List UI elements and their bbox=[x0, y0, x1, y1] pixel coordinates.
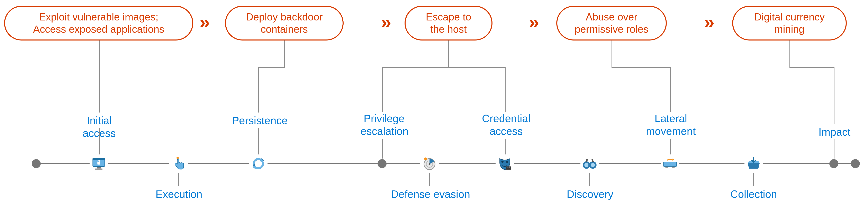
download-box-icon bbox=[744, 154, 763, 173]
chevron-icon: » bbox=[381, 11, 388, 33]
connector bbox=[382, 139, 383, 158]
tactic-execution: Execution bbox=[155, 188, 203, 201]
binoculars-icon bbox=[581, 154, 599, 173]
refresh-arrows-icon bbox=[249, 154, 268, 173]
pill-escape-host: Escape tothe host bbox=[405, 6, 493, 40]
chevron-icon: » bbox=[529, 11, 535, 33]
connector bbox=[612, 40, 612, 67]
timeline-dot-icon bbox=[32, 159, 41, 168]
svg-point-13 bbox=[506, 161, 508, 163]
svg-text:**: ** bbox=[507, 167, 510, 170]
monitor-lock-icon bbox=[90, 154, 108, 173]
connector bbox=[834, 139, 834, 158]
connector bbox=[258, 67, 285, 68]
svg-rect-21 bbox=[664, 162, 670, 167]
timeline-dot-icon bbox=[851, 159, 860, 168]
connector bbox=[670, 67, 671, 112]
screens-transfer-icon bbox=[661, 154, 679, 173]
chevron-icon: » bbox=[704, 11, 711, 33]
connector bbox=[448, 67, 505, 68]
tactic-priv-escalation: Privilegeescalation bbox=[361, 112, 408, 138]
svg-point-10 bbox=[429, 163, 431, 165]
svg-point-19 bbox=[591, 163, 595, 167]
pill-exploit-vulnerable: Exploit vulnerable images;Access exposed… bbox=[4, 6, 193, 40]
svg-rect-22 bbox=[665, 167, 669, 168]
pill-text: Exploit vulnerable images;Access exposed… bbox=[33, 11, 164, 35]
tactic-collection: Collection bbox=[729, 188, 778, 201]
timeline-dot-icon bbox=[377, 159, 386, 168]
svg-rect-20 bbox=[589, 164, 591, 166]
tactic-credential-access: Credentialaccess bbox=[479, 112, 533, 138]
pill-text: Digital currencymining bbox=[754, 11, 825, 35]
svg-point-18 bbox=[584, 163, 588, 167]
pill-text: Escape tothe host bbox=[426, 11, 471, 35]
svg-point-12 bbox=[501, 161, 503, 163]
tactic-impact: Impact bbox=[817, 126, 852, 138]
connector bbox=[589, 173, 590, 186]
timeline-dot-icon bbox=[829, 159, 838, 168]
svg-rect-24 bbox=[672, 167, 675, 168]
pill-crypto-mining: Digital currencymining bbox=[732, 6, 847, 40]
mask-icon: ** bbox=[496, 154, 514, 173]
svg-rect-1 bbox=[93, 158, 105, 160]
pill-abuse-roles: Abuse overpermissive roles bbox=[556, 6, 667, 40]
connector bbox=[505, 67, 505, 112]
connector bbox=[753, 173, 754, 186]
connector bbox=[258, 67, 259, 113]
svg-rect-2 bbox=[97, 167, 101, 169]
connector bbox=[789, 67, 834, 68]
connector bbox=[99, 128, 100, 155]
tactic-discovery: Discovery bbox=[565, 188, 615, 201]
attack-chain-diagram: Exploit vulnerable images;Access exposed… bbox=[0, 0, 868, 206]
connector bbox=[612, 67, 671, 68]
connector bbox=[284, 40, 285, 67]
connector bbox=[448, 40, 449, 67]
tactic-defense-evasion: Defense evasion bbox=[390, 188, 471, 201]
chevron-icon: » bbox=[199, 11, 206, 33]
connector bbox=[258, 128, 259, 155]
tactic-persistence: Persistence bbox=[231, 114, 288, 127]
connector bbox=[382, 67, 383, 112]
svg-rect-23 bbox=[670, 162, 677, 167]
svg-point-11 bbox=[424, 157, 427, 160]
connector bbox=[178, 173, 179, 186]
svg-rect-3 bbox=[95, 169, 102, 170]
svg-point-5 bbox=[177, 157, 179, 159]
pill-deploy-backdoor: Deploy backdoorcontainers bbox=[225, 6, 344, 40]
svg-rect-4 bbox=[97, 162, 100, 165]
tactic-lateral-movement: Lateralmovement bbox=[642, 112, 700, 138]
connector bbox=[789, 40, 790, 67]
radar-icon bbox=[420, 154, 439, 173]
touch-icon bbox=[169, 154, 188, 173]
timeline bbox=[36, 163, 856, 164]
pill-text: Deploy backdoorcontainers bbox=[246, 11, 322, 35]
connector bbox=[99, 40, 100, 113]
connector bbox=[834, 67, 834, 124]
pill-text: Abuse overpermissive roles bbox=[575, 11, 648, 35]
connector bbox=[429, 173, 430, 186]
connector bbox=[382, 67, 449, 68]
